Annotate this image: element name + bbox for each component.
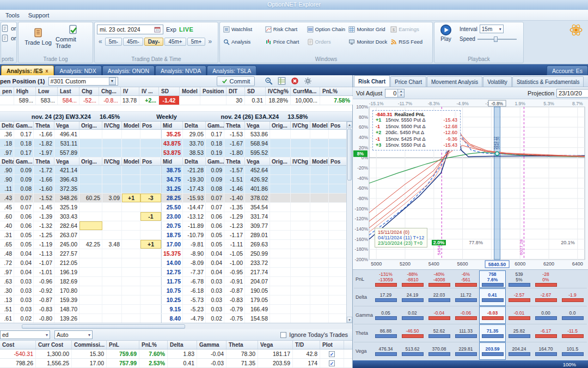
chain-row[interactable]: .450.07-1.45325.1925.50-14.470.07-1.3535…: [0, 203, 347, 212]
chain-row[interactable]: .600.06-1.39303.43-123.00-13.120.06-1.29…: [0, 212, 347, 221]
chain-mid-cell[interactable]: 18.75: [161, 231, 183, 239]
chain-row[interactable]: .480.04-1.13227.5715.375-8.900.04-1.0525…: [0, 249, 347, 258]
chain-cell[interactable]: [140, 249, 161, 258]
chain-cell[interactable]: [140, 175, 161, 184]
atom-icon[interactable]: [569, 23, 583, 37]
chain-row[interactable]: .650.05-1.19245.0042.253.48+117.00-9.810…: [0, 240, 347, 249]
window-button-option-chain[interactable]: Option Chain: [306, 23, 347, 35]
chain-cell[interactable]: -3: [140, 194, 161, 202]
window-button-monitor-grid[interactable]: Monitor Grid: [347, 23, 388, 35]
chain-mid-cell[interactable]: 9.15: [161, 305, 183, 313]
chain-row[interactable]: .900.09-1.66396.4334.75-19.300.09-1.5142…: [0, 175, 347, 184]
nav-next-button[interactable]: »: [206, 38, 213, 45]
chain-mid-cell[interactable]: 15.375: [161, 249, 183, 258]
window-button-monitor-dock[interactable]: Monitor Dock: [347, 36, 388, 47]
chain-cell[interactable]: [140, 286, 161, 295]
nav-prev-button[interactable]: «: [97, 38, 104, 45]
risk-tab-movement-analysis[interactable]: Movement Analysis: [427, 76, 482, 87]
scroll-up-icon[interactable]: ▲: [347, 122, 352, 128]
tab-analysis-es[interactable]: Analysis: /ESx: [1, 65, 54, 75]
chain-cell[interactable]: [140, 221, 161, 230]
chain-mid-cell[interactable]: 34.75: [161, 175, 183, 184]
window-button-price-chart[interactable]: Price Chart: [264, 36, 305, 47]
speed-slider[interactable]: [477, 37, 517, 42]
menu-support[interactable]: Support: [28, 12, 50, 19]
chain-row[interactable]: .630.03-0.96182.6911.75-6.780.03-0.91204…: [0, 277, 347, 286]
reports-button-2[interactable]: orts: [1, 33, 14, 43]
nav-45m--button[interactable]: 45m+: [164, 38, 186, 46]
chain-cell[interactable]: [122, 305, 140, 313]
chain-cell[interactable]: [122, 231, 140, 239]
chain-mid-cell[interactable]: 43.875: [161, 139, 183, 148]
position-row[interactable]: 589...583...584...-52...-0.8...13.78+2..…: [0, 96, 352, 105]
chain-cell[interactable]: [140, 258, 161, 267]
chain-row[interactable]: .970.04-1.01196.1912.75-7.370.04-0.95217…: [0, 268, 347, 277]
chain-row[interactable]: .360.17-1.66496.4135.2529.050.17-1.53533…: [0, 130, 347, 139]
commit-button[interactable]: Commit: [217, 76, 255, 86]
nav-5m--button[interactable]: 5m-: [105, 38, 122, 46]
tab-account[interactable]: Account: Es: [547, 65, 588, 75]
chain-mid-cell[interactable]: 14.00: [161, 258, 183, 267]
chain-cell[interactable]: [122, 277, 140, 286]
chain-cell[interactable]: [122, 184, 140, 193]
date-field[interactable]: mi. 23 oct. 2024: [97, 25, 163, 34]
chain-cell[interactable]: [140, 231, 161, 239]
reports-button[interactable]: orts: [1, 23, 14, 33]
chain-row[interactable]: .970.17-1.97557.8953.87538.530.19-1.8059…: [0, 148, 347, 158]
chain-row[interactable]: .130.03-0.87159.3910.25-5.730.03-0.83179…: [0, 295, 347, 305]
chain-cell[interactable]: [140, 148, 161, 157]
scroll-thumb[interactable]: [347, 129, 352, 180]
chain-row[interactable]: .720.04-1.07212.0514.00-8.090.04-1.00233…: [0, 258, 347, 268]
play-button[interactable]: Play: [437, 25, 455, 42]
chain-mid-cell[interactable]: 23.00: [161, 212, 183, 221]
chain-cell[interactable]: [122, 175, 140, 184]
chain-mid-cell[interactable]: 8.40: [161, 314, 183, 323]
plot-checkbox[interactable]: ✓: [320, 349, 344, 358]
checkbox-icon[interactable]: ✓: [329, 360, 335, 366]
chain-row[interactable]: .180.18-1.82531.1143.87533.700.18-1.6756…: [0, 139, 347, 148]
chain-cell[interactable]: [140, 268, 161, 276]
spin-up-icon[interactable]: ▲: [397, 89, 404, 93]
chain-cell[interactable]: [122, 286, 140, 295]
chain-mid-cell[interactable]: 11.75: [161, 277, 183, 286]
chain-cell[interactable]: [122, 295, 140, 304]
projection-date-field[interactable]: 23/10/20: [556, 89, 588, 98]
chain-cell[interactable]: [122, 139, 140, 148]
tab-analysis-tsla[interactable]: Analysis: TSLA: [207, 65, 256, 75]
window-button-rss-feed[interactable]: RSS Feed: [389, 36, 430, 47]
chain-cell[interactable]: [122, 258, 140, 267]
gear-icon[interactable]: [304, 77, 312, 85]
interval-select[interactable]: 15m▾: [480, 25, 504, 33]
chain-mid-cell[interactable]: 10.75: [161, 286, 183, 295]
plot-checkbox[interactable]: ✓: [320, 359, 344, 367]
nav-45m--button[interactable]: 45m-: [123, 38, 143, 46]
chain-cell[interactable]: [122, 314, 140, 323]
chain-cell[interactable]: -1: [140, 212, 161, 221]
chain-mode[interactable]: Weekly: [151, 113, 182, 120]
chain-row[interactable]: .610.02-0.80139.268.40-4.790.02-0.75154.…: [0, 314, 347, 323]
chain-cell[interactable]: [122, 166, 140, 174]
chain-mid-cell[interactable]: 53.875: [161, 148, 183, 157]
trade-log-button[interactable]: Trade Log: [21, 23, 56, 50]
menu-tools[interactable]: Tools: [5, 12, 20, 19]
trades-filter-select[interactable]: ed▾: [0, 330, 50, 339]
chain-row[interactable]: .430.07-1.52348.2660.253.09+1-328.25-15.…: [0, 194, 347, 203]
chain-mid-cell[interactable]: 20.75: [161, 221, 183, 230]
tab-analysis-ndx[interactable]: Analysis: NDX: [54, 65, 102, 75]
chain-cell[interactable]: [122, 268, 140, 276]
vol-adjust-stepper[interactable]: 0 ▲▼: [385, 89, 405, 98]
chain-mid-cell[interactable]: 38.75: [161, 166, 183, 174]
chevron-down-icon[interactable]: ▼: [109, 77, 116, 85]
risk-tab-price-chart[interactable]: Price Chart: [390, 76, 426, 87]
tab-analysis-nvda[interactable]: Analysis: NVDA: [155, 65, 206, 75]
chain-cell[interactable]: [140, 314, 161, 323]
risk-tab-volatility[interactable]: Volatility: [483, 76, 512, 87]
grid-icon[interactable]: [278, 77, 286, 85]
slider-thumb[interactable]: [494, 37, 498, 42]
close-red-icon[interactable]: [291, 77, 299, 85]
nav-5m--button[interactable]: 5m+: [187, 38, 206, 46]
search-icon[interactable]: [265, 77, 273, 85]
spin-down-icon[interactable]: ▼: [397, 93, 404, 97]
chain-mid-cell[interactable]: 25.50: [161, 203, 183, 212]
chain-row[interactable]: .110.08-1.60372.3531.25-17.430.08-1.4640…: [0, 184, 347, 194]
